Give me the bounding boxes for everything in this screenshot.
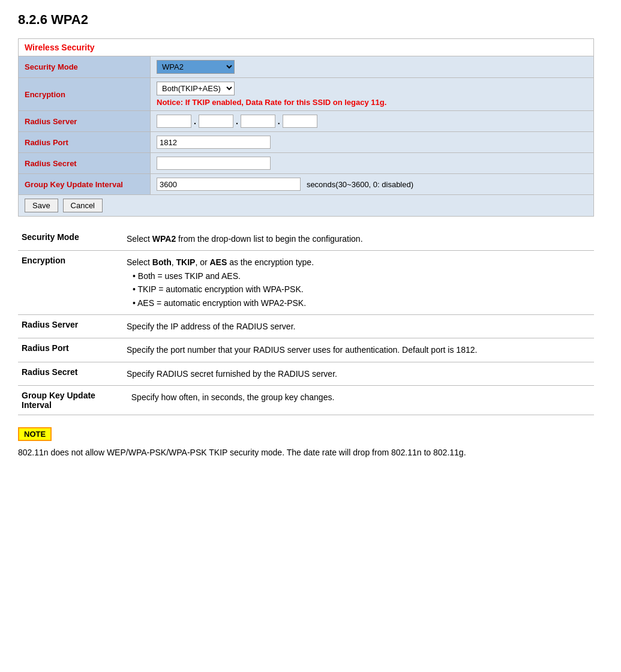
ip-dot-1: .: [193, 116, 197, 126]
desc-row-encryption: Encryption Select Both, TKIP, or AES as …: [18, 251, 594, 315]
group-key-cell: seconds(30~3600, 0: disabled): [151, 174, 594, 195]
table-row: Radius Server . . .: [19, 111, 594, 132]
desc-label-encryption: Encryption: [18, 251, 123, 315]
radius-server-cell: . . .: [151, 111, 594, 132]
group-key-suffix: seconds(30~3600, 0: disabled): [307, 180, 413, 189]
encryption-bullets: Both = uses TKIP and AES. TKIP = automat…: [127, 269, 590, 310]
list-item: AES = automatic encryption with WPA2-PSK…: [133, 296, 590, 310]
security-mode-select[interactable]: WPA2 WPA WEP None: [157, 60, 235, 74]
save-button[interactable]: Save: [25, 199, 58, 212]
cancel-button[interactable]: Cancel: [63, 199, 103, 212]
group-key-input[interactable]: [157, 178, 301, 191]
desc-row-radius-secret: Radius Secret Specify RADIUS secret furn…: [18, 362, 594, 385]
desc-row-group-key: Group Key UpdateInterval Specify how oft…: [18, 386, 594, 415]
desc-value-encryption: Select Both, TKIP, or AES as the encrypt…: [123, 251, 594, 315]
ip-octet-3[interactable]: [241, 115, 275, 128]
radius-server-label: Radius Server: [19, 111, 151, 132]
table-row: Group Key Update Interval seconds(30~360…: [19, 174, 594, 195]
ip-dot-3: .: [277, 116, 281, 126]
encryption-cell: Both(TKIP+AES) TKIP AES Notice: If TKIP …: [151, 78, 594, 111]
encryption-select[interactable]: Both(TKIP+AES) TKIP AES: [157, 82, 235, 95]
table-row: Radius Secret: [19, 153, 594, 174]
radius-port-input[interactable]: [157, 136, 271, 149]
list-item: TKIP = automatic encryption with WPA-PSK…: [133, 283, 590, 296]
note-badge: NOTE: [18, 427, 52, 441]
button-cell: Save Cancel: [19, 195, 594, 217]
desc-value-security-mode: Select WPA2 from the drop-down list to b…: [123, 227, 594, 251]
radius-port-label: Radius Port: [19, 132, 151, 153]
security-mode-label: Security Mode: [19, 56, 151, 78]
desc-value-group-key: Specify how often, in seconds, the group…: [123, 386, 594, 415]
table-row: Encryption Both(TKIP+AES) TKIP AES Notic…: [19, 78, 594, 111]
ip-octet-4[interactable]: [283, 115, 317, 128]
page-title: 8.2.6 WPA2: [18, 12, 603, 28]
description-table: Security Mode Select WPA2 from the drop-…: [18, 227, 594, 415]
radius-secret-label: Radius Secret: [19, 153, 151, 174]
radius-secret-input[interactable]: [157, 157, 271, 170]
desc-row-radius-port: Radius Port Specify the port number that…: [18, 338, 594, 362]
encryption-label: Encryption: [19, 78, 151, 111]
note-text: 802.11n does not allow WEP/WPA-PSK/WPA-P…: [18, 446, 594, 459]
button-row: Save Cancel: [19, 195, 594, 217]
desc-value-radius-port: Specify the port number that your RADIUS…: [123, 338, 594, 362]
ip-octet-1[interactable]: [157, 115, 191, 128]
desc-row-security-mode: Security Mode Select WPA2 from the drop-…: [18, 227, 594, 251]
table-row: Security Mode WPA2 WPA WEP None: [19, 56, 594, 78]
encryption-notice: Notice: If TKIP enabled, Data Rate for t…: [157, 98, 587, 107]
desc-row-radius-server: Radius Server Specify the IP address of …: [18, 314, 594, 338]
group-key-label: Group Key Update Interval: [19, 174, 151, 195]
ws-panel-header: Wireless Security: [19, 39, 594, 56]
desc-label-radius-secret: Radius Secret: [18, 362, 123, 385]
wireless-security-panel: Wireless Security Security Mode WPA2 WPA…: [18, 38, 594, 217]
desc-value-radius-server: Specify the IP address of the RADIUS ser…: [123, 314, 594, 338]
desc-value-radius-secret: Specify RADIUS secret furnished by the R…: [123, 362, 594, 385]
note-section: NOTE 802.11n does not allow WEP/WPA-PSK/…: [18, 427, 594, 459]
list-item: Both = uses TKIP and AES.: [133, 269, 590, 283]
ip-dot-2: .: [235, 116, 239, 126]
note-badge-wrapper: NOTE: [18, 427, 594, 446]
ip-octet-2[interactable]: [199, 115, 233, 128]
table-row: Radius Port: [19, 132, 594, 153]
desc-label-group-key: Group Key UpdateInterval: [18, 386, 123, 415]
desc-label-radius-server: Radius Server: [18, 314, 123, 338]
desc-label-radius-port: Radius Port: [18, 338, 123, 362]
desc-label-security-mode: Security Mode: [18, 227, 123, 251]
ip-input-group: . . .: [157, 115, 587, 128]
security-mode-cell: WPA2 WPA WEP None: [151, 56, 594, 78]
radius-secret-cell: [151, 153, 594, 174]
radius-port-cell: [151, 132, 594, 153]
